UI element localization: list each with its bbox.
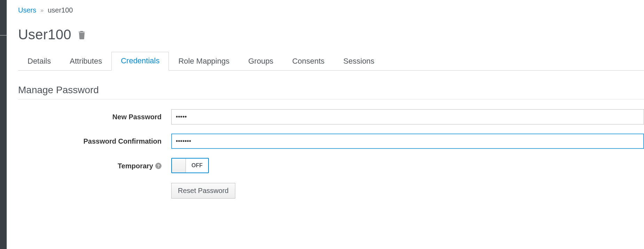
password-confirmation-input[interactable] bbox=[171, 134, 644, 149]
tab-attributes[interactable]: Attributes bbox=[60, 52, 111, 71]
content-area: Users » user100 User100 Details Attribut… bbox=[7, 0, 644, 249]
reset-password-button[interactable]: Reset Password bbox=[171, 183, 235, 199]
tab-details[interactable]: Details bbox=[18, 52, 60, 71]
tab-credentials[interactable]: Credentials bbox=[111, 52, 169, 71]
tab-sessions[interactable]: Sessions bbox=[334, 52, 384, 71]
sidebar bbox=[0, 0, 7, 249]
svg-text:?: ? bbox=[157, 164, 160, 169]
breadcrumb-separator-icon: » bbox=[40, 7, 44, 14]
section-title: Manage Password bbox=[18, 85, 644, 96]
form-row-temporary: Temporary ? OFF bbox=[18, 158, 644, 174]
temporary-toggle[interactable]: OFF bbox=[171, 158, 209, 173]
section-rule bbox=[18, 99, 644, 99]
page-title: User100 bbox=[18, 27, 71, 42]
temporary-label: Temporary ? bbox=[18, 162, 171, 170]
help-icon[interactable]: ? bbox=[155, 163, 162, 169]
trash-icon[interactable] bbox=[78, 30, 86, 40]
page-title-row: User100 bbox=[18, 27, 644, 42]
breadcrumb: Users » user100 bbox=[18, 6, 644, 14]
tab-groups[interactable]: Groups bbox=[239, 52, 283, 71]
toggle-state: OFF bbox=[186, 159, 208, 172]
tab-consents[interactable]: Consents bbox=[283, 52, 334, 71]
form-row-new-password: New Password bbox=[18, 109, 644, 124]
form-row-password-confirmation: Password Confirmation bbox=[18, 134, 644, 149]
breadcrumb-users-link[interactable]: Users bbox=[18, 6, 36, 14]
tab-role-mappings[interactable]: Role Mappings bbox=[169, 52, 239, 71]
breadcrumb-current: user100 bbox=[48, 6, 73, 14]
toggle-knob bbox=[172, 159, 186, 172]
tabs: Details Attributes Credentials Role Mapp… bbox=[18, 51, 644, 71]
form-row-reset: Reset Password bbox=[18, 183, 644, 199]
new-password-input[interactable] bbox=[171, 109, 644, 124]
new-password-label: New Password bbox=[18, 113, 171, 121]
password-confirmation-label: Password Confirmation bbox=[18, 137, 171, 145]
